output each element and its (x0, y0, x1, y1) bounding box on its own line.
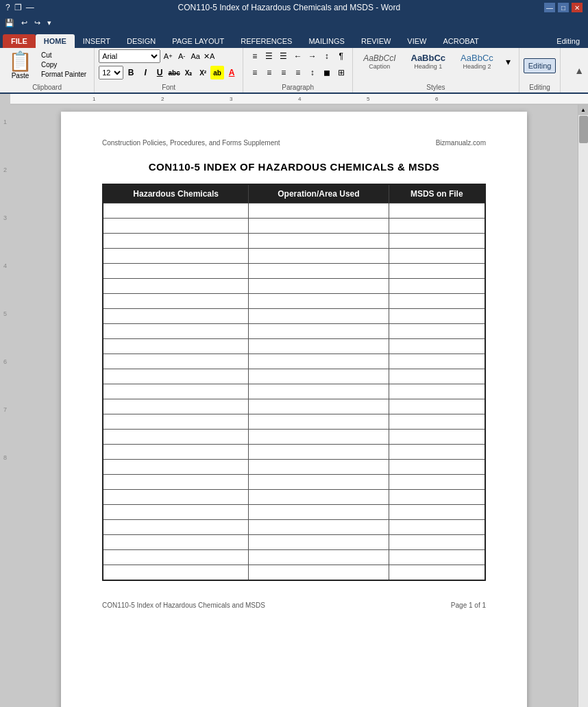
table-cell[interactable] (103, 369, 249, 384)
font-color-button[interactable]: A (225, 66, 238, 79)
bold-button[interactable]: B (124, 66, 138, 79)
subscript-button[interactable]: X₂ (182, 66, 195, 79)
paste-button[interactable]: 📋 Paste (4, 49, 36, 82)
table-cell[interactable] (103, 309, 249, 324)
save-icon[interactable]: 💾 (3, 18, 16, 27)
table-row[interactable] (103, 264, 485, 279)
table-cell[interactable] (389, 430, 485, 445)
table-cell[interactable] (103, 324, 249, 339)
redo-icon[interactable]: ↪ (32, 18, 42, 27)
table-cell[interactable] (249, 475, 389, 490)
table-row[interactable] (103, 399, 485, 414)
table-cell[interactable] (103, 339, 249, 354)
table-row[interactable] (103, 324, 485, 339)
styles-more-button[interactable]: ▾ (502, 55, 515, 68)
tab-page-layout[interactable]: PAGE LAYOUT (164, 34, 232, 48)
tab-acrobat[interactable]: ACROBAT (434, 34, 487, 48)
table-cell[interactable] (249, 550, 389, 565)
table-cell[interactable] (103, 399, 249, 414)
table-row[interactable] (103, 550, 485, 565)
table-cell[interactable] (249, 369, 389, 384)
align-left-button[interactable]: ≡ (248, 66, 262, 79)
table-cell[interactable] (103, 294, 249, 309)
table-cell[interactable] (103, 535, 249, 550)
table-row[interactable] (103, 203, 485, 219)
table-cell[interactable] (249, 399, 389, 414)
text-highlight-button[interactable]: ab (210, 66, 224, 79)
table-cell[interactable] (389, 520, 485, 535)
grow-font-button[interactable]: A+ (162, 50, 174, 62)
table-cell[interactable] (103, 234, 249, 249)
restore-icon[interactable]: ❐ (14, 3, 22, 12)
table-cell[interactable] (249, 219, 389, 234)
table-cell[interactable] (389, 219, 485, 234)
tab-home[interactable]: HOME (36, 34, 75, 48)
table-cell[interactable] (249, 414, 389, 430)
table-row[interactable] (103, 505, 485, 520)
table-cell[interactable] (389, 203, 485, 219)
table-row[interactable] (103, 234, 485, 249)
table-cell[interactable] (103, 475, 249, 490)
table-cell[interactable] (249, 384, 389, 399)
table-cell[interactable] (389, 505, 485, 520)
help-icon[interactable]: ? (5, 3, 10, 12)
sort-button[interactable]: ↕ (320, 49, 334, 63)
decrease-indent-button[interactable]: ← (291, 49, 305, 63)
italic-button[interactable]: I (138, 66, 152, 79)
table-cell[interactable] (249, 234, 389, 249)
editing-button[interactable]: Editing (524, 58, 556, 73)
font-size-select[interactable]: 12 (99, 66, 123, 79)
table-cell[interactable] (103, 460, 249, 475)
table-cell[interactable] (249, 354, 389, 369)
table-row[interactable] (103, 384, 485, 399)
table-cell[interactable] (249, 249, 389, 264)
table-cell[interactable] (249, 294, 389, 309)
multilevel-button[interactable]: ☰ (277, 49, 291, 63)
show-hide-button[interactable]: ¶ (334, 49, 348, 63)
numbering-button[interactable]: ☰ (262, 49, 276, 63)
minimize-title-icon[interactable]: — (26, 3, 34, 12)
table-cell[interactable] (103, 490, 249, 505)
table-cell[interactable] (103, 505, 249, 520)
maximize-button[interactable]: □ (558, 3, 569, 12)
table-cell[interactable] (389, 550, 485, 565)
table-cell[interactable] (249, 535, 389, 550)
ribbon-collapse-button[interactable]: ▲ (570, 65, 588, 76)
table-cell[interactable] (389, 460, 485, 475)
table-cell[interactable] (389, 414, 485, 430)
scroll-up-arrow[interactable]: ▲ (578, 105, 589, 115)
tab-mailings[interactable]: MAILINGS (300, 34, 353, 48)
table-cell[interactable] (249, 203, 389, 219)
more-icon[interactable]: ▾ (45, 18, 53, 27)
clear-formatting-button[interactable]: ✕A (203, 50, 215, 62)
table-cell[interactable] (249, 324, 389, 339)
table-cell[interactable] (249, 520, 389, 535)
undo-icon[interactable]: ↩ (19, 18, 29, 27)
table-row[interactable] (103, 339, 485, 354)
table-cell[interactable] (389, 475, 485, 490)
table-cell[interactable] (389, 369, 485, 384)
table-cell[interactable] (389, 309, 485, 324)
table-cell[interactable] (103, 264, 249, 279)
table-cell[interactable] (389, 384, 485, 399)
tab-insert[interactable]: INSERT (75, 34, 119, 48)
table-row[interactable] (103, 279, 485, 294)
table-cell[interactable] (249, 505, 389, 520)
bullets-button[interactable]: ≡ (248, 49, 262, 63)
center-button[interactable]: ≡ (262, 66, 276, 79)
table-cell[interactable] (389, 445, 485, 460)
minimize-button[interactable]: — (544, 3, 555, 12)
strikethrough-button[interactable]: abc (167, 66, 181, 79)
table-cell[interactable] (389, 249, 485, 264)
table-cell[interactable] (389, 490, 485, 505)
table-row[interactable] (103, 219, 485, 234)
change-case-button[interactable]: Aa (189, 50, 201, 62)
table-row[interactable] (103, 490, 485, 505)
table-cell[interactable] (249, 264, 389, 279)
align-right-button[interactable]: ≡ (277, 66, 291, 79)
table-cell[interactable] (103, 550, 249, 565)
style-caption[interactable]: AaBbCcI Caption (357, 50, 402, 73)
table-cell[interactable] (103, 203, 249, 219)
close-button[interactable]: ✕ (572, 3, 583, 12)
shading-button[interactable]: ◼ (320, 66, 334, 79)
